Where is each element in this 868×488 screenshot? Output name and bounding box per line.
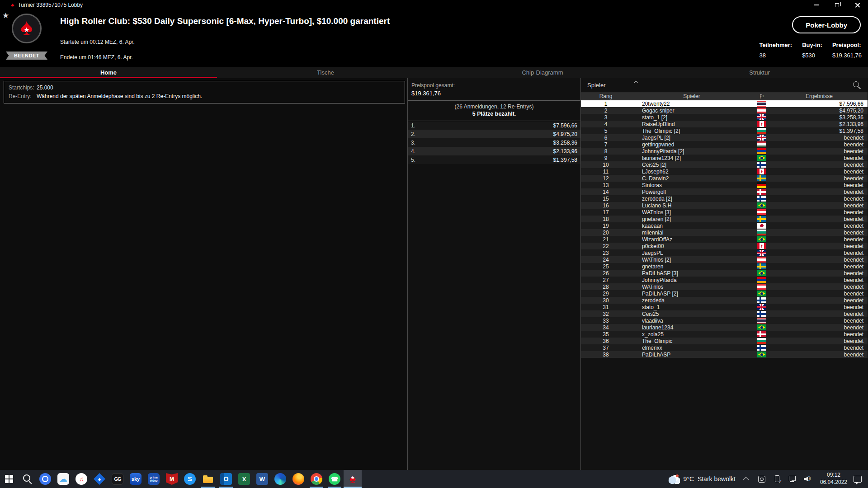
player-row[interactable]: 28 WATnlos beendet: [581, 283, 868, 290]
restore-button[interactable]: [826, 0, 847, 10]
taskbar-item[interactable]: ☁: [54, 470, 72, 488]
player-rank: 22: [581, 243, 631, 249]
player-row[interactable]: 10 Ceis25 [2] beendet: [581, 161, 868, 168]
weather-widget[interactable]: 9°C Stark bewölkt: [668, 474, 736, 484]
country-flag: [757, 230, 766, 235]
flag-column-header[interactable]: ⚐: [753, 93, 771, 100]
poker-lobby-button[interactable]: Poker-Lobby: [792, 16, 861, 33]
country-flag: [757, 196, 766, 202]
country-flag: [757, 304, 766, 310]
taskbar-item[interactable]: GG: [108, 470, 127, 488]
player-row[interactable]: 32 Ceis25 beendet: [581, 310, 868, 317]
player-rank: 15: [581, 196, 631, 202]
hidden-icons-chevron[interactable]: [743, 477, 749, 483]
taskbar-item[interactable]: prime video: [145, 470, 163, 488]
results-column-header[interactable]: Ergebnisse: [771, 93, 868, 99]
tab[interactable]: Chip-Diagramm: [434, 67, 651, 78]
payout-position: 4.: [411, 148, 415, 155]
tab[interactable]: Struktur: [651, 67, 868, 78]
player-result: $3.258,36: [771, 114, 868, 121]
rank-column-header[interactable]: Rang: [581, 93, 631, 99]
player-row[interactable]: 30 zerodeda beendet: [581, 297, 868, 304]
player-row[interactable]: 12 C. Darwin2 beendet: [581, 175, 868, 182]
player-row[interactable]: 38 PaDiLhASP beendet: [581, 351, 868, 358]
info-label: Startchips:: [9, 84, 37, 92]
player-row[interactable]: 13 Sintoras beendet: [581, 182, 868, 188]
player-result: beendet: [771, 304, 868, 310]
taskbar-item[interactable]: ☎: [326, 470, 344, 488]
player-column-header[interactable]: Spieler: [631, 93, 753, 99]
taskbar-item[interactable]: [36, 470, 54, 488]
player-row[interactable]: 2 Gogac sniper $4.975,20: [581, 107, 868, 114]
player-row[interactable]: 11 LJoseph62 beendet: [581, 168, 868, 175]
tab[interactable]: Home: [0, 67, 217, 78]
player-row[interactable]: 14 Powergolf beendet: [581, 188, 868, 195]
network-icon[interactable]: [788, 474, 797, 484]
payout-row: 1. $7.596,66: [408, 121, 580, 130]
player-row[interactable]: 5 The_Olimpic [2] $1.397,58: [581, 127, 868, 134]
player-result: beendet: [771, 196, 868, 202]
usb-icon[interactable]: [772, 474, 782, 484]
player-row[interactable]: 7 gettingpwned beendet: [581, 141, 868, 148]
player-row[interactable]: 8 JohnnyPitarda [2] beendet: [581, 148, 868, 155]
player-name: JaegsPL: [631, 250, 753, 256]
taskbar-item[interactable]: [0, 470, 18, 488]
player-row[interactable]: 16 Luciano S.H beendet: [581, 202, 868, 209]
close-button[interactable]: [847, 0, 868, 10]
taskbar-item[interactable]: [18, 470, 36, 488]
player-row[interactable]: 31 stato_1 beendet: [581, 304, 868, 310]
player-row[interactable]: 37 elmerixx beendet: [581, 344, 868, 351]
taskbar-item[interactable]: ♫: [72, 470, 90, 488]
minimize-button[interactable]: [806, 0, 826, 10]
taskbar-item[interactable]: [307, 470, 326, 488]
player-row[interactable]: 19 kaaeaan beendet: [581, 222, 868, 229]
explorer-icon: [202, 473, 214, 485]
player-name: kaaeaan: [631, 223, 753, 229]
taskbar-item[interactable]: [289, 470, 307, 488]
clock[interactable]: 09:12 06.04.2022: [820, 472, 847, 486]
player-result: beendet: [771, 209, 868, 216]
player-row[interactable]: 22 p0cket00 beendet: [581, 243, 868, 249]
taskbar-item[interactable]: M: [163, 470, 181, 488]
player-row[interactable]: 36 The_Olimpic beendet: [581, 338, 868, 344]
taskbar-item[interactable]: sky: [127, 470, 145, 488]
country-flag: [757, 202, 766, 208]
player-row[interactable]: 26 PaDiLhASP [3] beendet: [581, 270, 868, 277]
favorite-star-icon[interactable]: ★: [2, 11, 9, 20]
taskbar-item[interactable]: W: [253, 470, 271, 488]
search-icon[interactable]: [852, 80, 861, 89]
player-row[interactable]: 20 milennial beendet: [581, 229, 868, 236]
player-row[interactable]: 4 RaiseUpBlind $2.133,96: [581, 121, 868, 127]
player-row[interactable]: 17 WATnlos [3] beendet: [581, 209, 868, 216]
taskbar-item[interactable]: ♠: [344, 470, 362, 488]
sky-icon: sky: [130, 473, 142, 485]
tab[interactable]: Tische: [217, 67, 434, 78]
volume-icon[interactable]: [803, 474, 813, 484]
taskbar-item[interactable]: ♠: [90, 470, 108, 488]
player-row[interactable]: 1 20twenty22 $7.596,66: [581, 100, 868, 107]
player-row[interactable]: 35 x_zola25 beendet: [581, 331, 868, 338]
player-row[interactable]: 24 WATnlos [2] beendet: [581, 256, 868, 263]
player-row[interactable]: 33 vlaadiiva beendet: [581, 317, 868, 324]
taskbar-item[interactable]: [199, 470, 217, 488]
player-rank: 33: [581, 318, 631, 324]
action-center-icon[interactable]: [854, 476, 862, 483]
player-row[interactable]: 15 zerodeda [2] beendet: [581, 195, 868, 202]
taskbar-item[interactable]: [271, 470, 289, 488]
player-row[interactable]: 27 JohnnyPitarda beendet: [581, 277, 868, 283]
meet-now-icon[interactable]: [757, 474, 767, 484]
player-row[interactable]: 18 gnetaren [2] beendet: [581, 216, 868, 222]
player-row[interactable]: 23 JaegsPL beendet: [581, 249, 868, 256]
player-row[interactable]: 6 JaegsPL [2] beendet: [581, 134, 868, 141]
player-row[interactable]: 9 lauriane1234 [2] beendet: [581, 155, 868, 161]
player-row[interactable]: 25 gnetaren beendet: [581, 263, 868, 270]
info-text: Während der späten Anmeldephase sind bis…: [37, 92, 202, 101]
taskbar-item[interactable]: S: [181, 470, 199, 488]
player-row[interactable]: 21 WizardOffAz beendet: [581, 236, 868, 243]
player-row[interactable]: 34 lauriane1234 beendet: [581, 324, 868, 331]
player-row[interactable]: 3 stato_1 [2] $3.258,36: [581, 114, 868, 121]
taskbar-item[interactable]: O: [217, 470, 235, 488]
player-row[interactable]: 29 PaDiLhASP [2] beendet: [581, 290, 868, 297]
status-badge: BEENDET: [6, 52, 47, 60]
taskbar-item[interactable]: X: [235, 470, 253, 488]
